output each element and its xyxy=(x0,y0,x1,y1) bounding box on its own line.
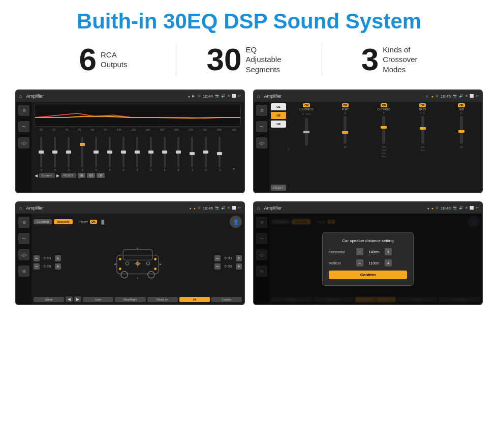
sidebar-vol-btn-2[interactable]: ◁▷ xyxy=(256,137,267,148)
eq-slider-13[interactable]: 0 xyxy=(205,137,207,171)
sidebar-eq-btn-3[interactable]: ⚙ xyxy=(18,217,29,228)
screen3-bar: ⌂ Amplifier ● ● ⊙ 10:46 📷 🔊 ✕ ⬜ ↩ xyxy=(16,202,244,214)
sidebar-wave-btn[interactable]: 〜 xyxy=(18,121,29,132)
stat-eq: 30 EQ AdjustableSegments xyxy=(176,44,322,75)
eq-slider-12[interactable]: -1 xyxy=(191,137,193,171)
eq-slider-3[interactable]: 0 xyxy=(68,137,70,171)
u1-preset[interactable]: U1 xyxy=(271,103,286,110)
driver-btn[interactable]: Driver xyxy=(34,297,64,302)
volume-icon-4: 🔊 xyxy=(459,206,463,210)
phat-slider[interactable] xyxy=(344,116,347,144)
sub-col: ON SUB G 20 xyxy=(443,103,480,191)
db-minus-1[interactable]: − xyxy=(34,255,40,261)
custom-preset-btn[interactable]: Custom xyxy=(39,173,55,178)
horizontal-stepper[interactable]: − 140cm + xyxy=(356,248,392,255)
horizontal-plus-btn[interactable]: + xyxy=(385,248,392,255)
eq-main-area: 25 32 40 50 63 80 100 125 160 200 250 32… xyxy=(32,102,244,192)
vertical-label: Vertical xyxy=(329,261,354,265)
db-plus-4[interactable]: + xyxy=(236,263,242,270)
u3-btn[interactable]: U3 xyxy=(97,173,105,178)
eq-slider-2[interactable]: 0 xyxy=(54,137,56,171)
fader-on-badge[interactable]: ON xyxy=(90,220,97,224)
crossover-top-bar: Common Specialty Fader ON ▐▌ 👤 xyxy=(34,216,242,228)
sidebar-extra-btn-3[interactable]: ⊞ xyxy=(18,265,29,277)
eq-bottom-bar: ◀ Custom ▶ RESET U1 U2 U3 xyxy=(35,173,241,178)
eq-slider-11[interactable]: 0 xyxy=(177,137,179,171)
phat-on[interactable]: ON xyxy=(342,103,349,107)
eq-slider-1[interactable]: 0 xyxy=(40,137,42,171)
home-icon-3: ⌂ xyxy=(19,205,22,211)
user-avatar[interactable]: 👤 xyxy=(230,216,242,228)
copilot-btn[interactable]: Copilot xyxy=(211,297,242,302)
u1-btn[interactable]: U1 xyxy=(78,173,86,178)
rearleft-btn[interactable]: RearLeft xyxy=(147,297,178,302)
sidebar-eq-btn[interactable]: ⚙ xyxy=(18,105,29,116)
sidebar-wave-btn-2[interactable]: 〜 xyxy=(256,121,267,132)
db-plus-3[interactable]: + xyxy=(236,255,242,261)
location-icon-3: ⊙ xyxy=(198,206,201,210)
user-btn[interactable]: User xyxy=(83,297,113,302)
amp-reset[interactable]: RESET xyxy=(271,185,286,191)
right-arrow-btn[interactable]: ▶ xyxy=(74,296,81,302)
eq-slider-6[interactable]: 0 xyxy=(109,137,111,171)
stat-crossover: 3 Kinds ofCrossover Modes xyxy=(322,44,468,75)
confirm-button[interactable]: Confirm xyxy=(329,271,407,279)
prev-arrow[interactable]: ◀ xyxy=(35,173,38,178)
loudness-slider[interactable] xyxy=(305,118,308,146)
db-minus-3[interactable]: − xyxy=(214,255,221,261)
svg-text:▲: ▲ xyxy=(137,247,139,249)
cutfreq-slider[interactable] xyxy=(382,116,385,144)
horizontal-minus-btn[interactable]: − xyxy=(356,248,363,255)
eq-label-80: 80 xyxy=(104,128,107,131)
sub-slider[interactable] xyxy=(460,116,463,144)
eq-slider-5[interactable]: 0 xyxy=(95,137,97,171)
u3-preset[interactable]: U3 xyxy=(271,121,286,128)
rearright-btn[interactable]: RearRight xyxy=(115,297,145,302)
eq-slider-7[interactable]: 0 xyxy=(122,137,124,171)
sidebar-vol-btn[interactable]: ◁▷ xyxy=(18,137,29,148)
sidebar-eq-btn-2[interactable]: ⚙ xyxy=(256,105,267,116)
crossover-middle-area: − 0 dB + − 0 dB + xyxy=(34,229,242,295)
volume-icon-2: 🔊 xyxy=(459,94,463,98)
left-arrow-btn[interactable]: ◀ xyxy=(66,296,73,302)
home-icon-2: ⌂ xyxy=(257,94,260,99)
cutfreq-on[interactable]: ON xyxy=(381,103,388,107)
vertical-plus-btn[interactable]: + xyxy=(385,259,392,266)
close-icon-3: ✕ xyxy=(227,206,230,210)
svg-point-11 xyxy=(154,258,157,260)
eq-label-25: 25 xyxy=(40,128,43,131)
db-minus-4[interactable]: − xyxy=(214,263,221,270)
db-val-1: 0 dB xyxy=(41,256,53,260)
eq-slider-10[interactable]: 0 xyxy=(164,137,166,171)
eq-slider-4[interactable]: 5 xyxy=(81,137,83,171)
screen1-bar: ⌂ Amplifier ● ▶ ⊙ 10:44 📷 🔊 ✕ ⬜ ↩ xyxy=(16,91,244,102)
tab-common[interactable]: Common xyxy=(34,219,52,224)
eq-slider-14[interactable]: -1 xyxy=(219,137,221,171)
sub-on[interactable]: ON xyxy=(458,103,465,107)
vertical-minus-btn[interactable]: − xyxy=(356,259,363,266)
stat-number-rca: 6 xyxy=(79,44,96,75)
bass-on[interactable]: ON xyxy=(419,103,426,107)
play-icon: ▶ xyxy=(192,94,195,98)
fader-slider[interactable]: ▐▌ xyxy=(100,220,106,224)
next-arrow[interactable]: ▶ xyxy=(56,173,59,178)
u2-btn[interactable]: U2 xyxy=(87,173,95,178)
svg-point-7 xyxy=(126,261,129,265)
loudness-on[interactable]: ON xyxy=(303,103,310,107)
tab-specialty[interactable]: Specialty xyxy=(54,219,72,224)
db-row-3: − 0 dB + xyxy=(214,255,242,261)
sidebar-wave-btn-3[interactable]: 〜 xyxy=(18,233,29,244)
reset-btn[interactable]: RESET xyxy=(61,173,76,178)
screen3-sidebar: ⚙ 〜 ◁▷ ⊞ xyxy=(16,214,32,304)
eq-slider-8[interactable]: 0 xyxy=(136,137,138,171)
u2-preset[interactable]: U2 xyxy=(271,112,286,119)
eq-slider-9[interactable]: 0 xyxy=(150,137,152,171)
screen2-content: ⚙ 〜 ◁▷ U1 U2 U3 RESET ON LOUDNESS xyxy=(254,102,482,192)
db-plus-2[interactable]: + xyxy=(55,263,61,270)
sidebar-vol-btn-3[interactable]: ◁▷ xyxy=(18,249,29,260)
bass-slider[interactable] xyxy=(421,116,424,144)
db-plus-1[interactable]: + xyxy=(55,255,61,261)
vertical-stepper[interactable]: − 110cm + xyxy=(356,259,392,266)
db-minus-2[interactable]: − xyxy=(34,263,40,270)
all-btn[interactable]: All xyxy=(179,297,210,302)
